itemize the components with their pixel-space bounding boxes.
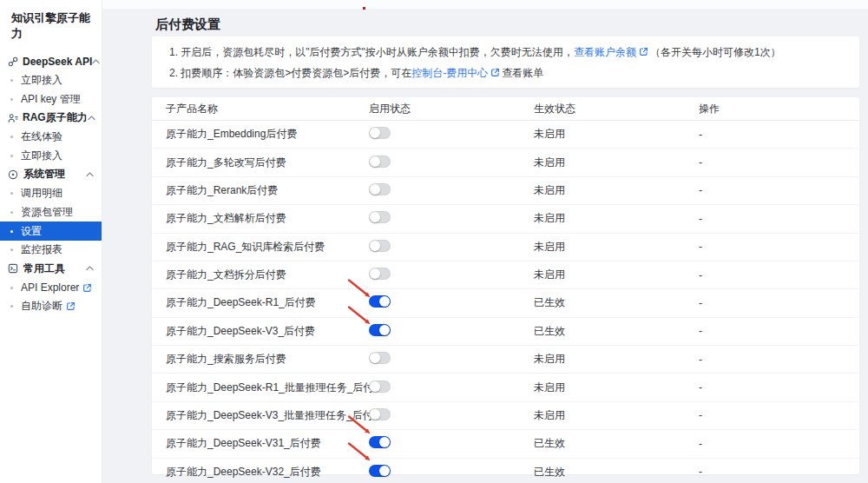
- sidebar-item[interactable]: 监控报表: [0, 241, 102, 260]
- bullet-icon: [10, 211, 13, 214]
- table-row: 原子能力_DeepSeek-V32_后付费已生效-: [152, 459, 859, 483]
- sidebar-item[interactable]: 在线体验: [0, 128, 102, 147]
- product-name: 原子能力_Rerank后付费: [166, 183, 369, 198]
- operation-cell: -: [699, 409, 859, 421]
- bullet-icon: [10, 98, 13, 101]
- table-body: 原子能力_Embedding后付费未启用-原子能力_多轮改写后付费未启用-原子能…: [152, 121, 859, 483]
- toggle-switch[interactable]: [369, 408, 391, 420]
- view-balance-link[interactable]: 查看账户余额: [574, 46, 650, 58]
- sidebar-group-label: DeepSeek API: [23, 56, 92, 68]
- toolbox-icon: [8, 263, 19, 275]
- sidebar-item-label: API key 管理: [21, 92, 81, 107]
- operation-cell: -: [699, 381, 859, 394]
- sidebar-item[interactable]: 自助诊断: [0, 297, 102, 316]
- operation-cell: -: [699, 354, 859, 366]
- toggle-switch[interactable]: [369, 155, 391, 168]
- table-row: 原子能力_DeepSeek-R1_后付费已生效-: [152, 289, 859, 317]
- toggle-knob: [370, 381, 380, 392]
- sidebar-item[interactable]: 设置: [0, 222, 102, 241]
- toggle-switch[interactable]: [369, 352, 391, 364]
- effective-status: 未启用: [534, 211, 699, 226]
- toggle-knob: [370, 156, 380, 167]
- toggle-switch[interactable]: [369, 240, 391, 252]
- table-row: 原子能力_DeepSeek-V3_批量推理任务_后付费未启用-: [152, 402, 859, 430]
- bullet-icon: [10, 287, 13, 289]
- bullet-icon: [10, 305, 13, 308]
- chevron-up-icon: [92, 59, 100, 64]
- operation-cell: -: [699, 325, 859, 337]
- external-link-icon: [639, 47, 648, 59]
- product-name: 原子能力_DeepSeek-V3_批量推理任务_后付费: [166, 408, 369, 423]
- table-row: 原子能力_Embedding后付费未启用-: [152, 121, 859, 149]
- toggle-knob: [370, 353, 380, 363]
- table-row: 原子能力_DeepSeek-V3_后付费已生效-: [152, 318, 859, 346]
- sidebar-item-label: 自助诊断: [21, 299, 62, 314]
- toggle-switch[interactable]: [369, 436, 391, 448]
- toggle-switch[interactable]: [369, 127, 391, 139]
- effective-status: 未启用: [534, 183, 699, 198]
- sidebar-group-toolbox[interactable]: 常用工具: [0, 260, 102, 279]
- notice-line1-suffix: （各开关每小时可修改1次）: [650, 46, 781, 58]
- product-name: 原子能力_多轮改写后付费: [166, 155, 369, 170]
- external-link-icon: [66, 301, 76, 311]
- sidebar-item[interactable]: 资源包管理: [0, 203, 102, 222]
- sidebar-item-label: 立即接入: [21, 73, 62, 88]
- sidebar: 知识引擎原子能力 DeepSeek API立即接入API key 管理RAG原子…: [0, 0, 102, 483]
- product-name: 原子能力_文档拆分后付费: [166, 268, 369, 282]
- billing-center-link-label: 控制台-费用中心: [411, 67, 488, 79]
- billing-center-link[interactable]: 控制台-费用中心: [411, 67, 502, 79]
- app-root: 知识引擎原子能力 DeepSeek API立即接入API key 管理RAG原子…: [0, 0, 868, 483]
- toggle-knob: [379, 325, 390, 335]
- sidebar-item[interactable]: 立即接入: [0, 146, 102, 165]
- toggle-knob: [379, 437, 390, 447]
- effective-status: 未启用: [534, 408, 699, 423]
- sidebar-item[interactable]: API Explorer: [0, 278, 102, 297]
- toggle-knob: [370, 184, 380, 195]
- operation-cell: -: [699, 156, 859, 169]
- sidebar-item[interactable]: 立即接入: [0, 71, 102, 90]
- toggle-switch[interactable]: [369, 465, 391, 477]
- toggle-switch[interactable]: [369, 211, 391, 223]
- operation-cell: -: [699, 438, 859, 450]
- sidebar-item[interactable]: 调用明细: [0, 184, 102, 203]
- toggle-switch[interactable]: [369, 380, 391, 393]
- operation-cell: -: [699, 297, 859, 309]
- notice-line-1: 1. 开启后，资源包耗尽时，以"后付费方式"按小时从账户余额中扣费，欠费时无法使…: [169, 43, 842, 63]
- operation-cell: -: [699, 241, 859, 253]
- col-header-effective-state: 生效状态: [534, 102, 699, 116]
- sidebar-group-label: RAG原子能力: [23, 110, 88, 125]
- effective-status: 未启用: [534, 240, 699, 255]
- effective-status: 已生效: [534, 324, 699, 339]
- sidebar-item-label: 立即接入: [21, 149, 62, 163]
- bullet-icon: [10, 79, 13, 82]
- product-name: 原子能力_搜索服务后付费: [166, 352, 369, 367]
- table-row: 原子能力_多轮改写后付费未启用-: [152, 149, 859, 176]
- product-name: 原子能力_Embedding后付费: [166, 127, 369, 142]
- table-row: 原子能力_文档解析后付费未启用-: [152, 205, 859, 233]
- external-link-icon: [490, 68, 500, 80]
- sidebar-group-user-group[interactable]: RAG原子能力: [0, 109, 102, 128]
- sidebar-item-label: 监控报表: [21, 242, 62, 257]
- sidebar-group-link[interactable]: DeepSeek API: [0, 52, 102, 71]
- product-name: 原子能力_RAG_知识库检索后付费: [166, 240, 369, 255]
- toggle-switch[interactable]: [369, 324, 391, 336]
- toggle-switch[interactable]: [369, 183, 391, 195]
- sidebar-group-target[interactable]: 系统管理: [0, 165, 102, 184]
- effective-status: 未启用: [534, 380, 699, 395]
- toggle-switch[interactable]: [369, 295, 391, 308]
- toggle-knob: [370, 409, 380, 420]
- sidebar-item[interactable]: API key 管理: [0, 89, 102, 109]
- table-row: 原子能力_DeepSeek-V31_后付费已生效-: [152, 430, 859, 458]
- view-balance-link-label: 查看账户余额: [574, 46, 636, 58]
- sidebar-item-label: 资源包管理: [21, 205, 73, 220]
- product-name: 原子能力_DeepSeek-R1_批量推理任务_后付费: [166, 380, 369, 395]
- operation-cell: -: [699, 213, 859, 225]
- user-group-icon: [8, 112, 18, 123]
- sidebar-group-label: 系统管理: [23, 167, 86, 182]
- toggle-switch[interactable]: [369, 268, 391, 280]
- sidebar-title: 知识引擎原子能力: [0, 0, 102, 50]
- product-name: 原子能力_文档解析后付费: [166, 211, 369, 226]
- bullet-icon: [10, 192, 13, 195]
- effective-status: 未启用: [534, 127, 699, 142]
- page-title: 后付费设置: [155, 17, 220, 33]
